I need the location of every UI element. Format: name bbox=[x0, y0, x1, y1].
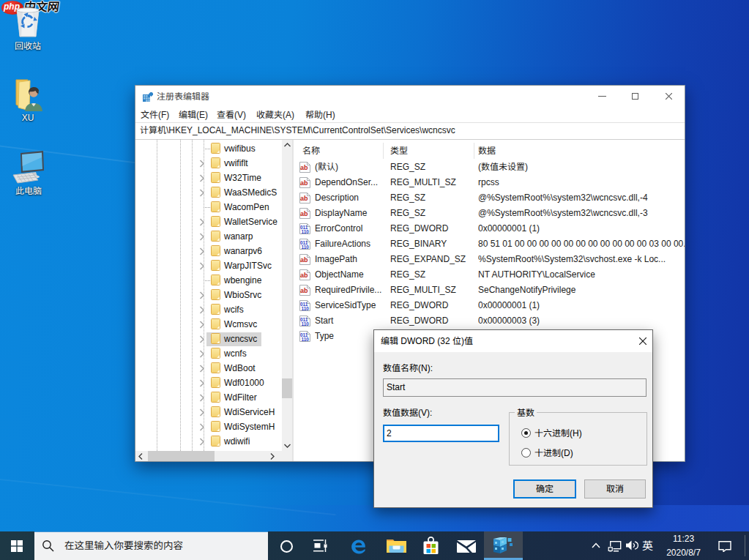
svg-text:ab: ab bbox=[300, 164, 308, 171]
svg-text:110: 110 bbox=[302, 306, 310, 311]
svg-text:ab: ab bbox=[300, 195, 308, 202]
svg-text:ab: ab bbox=[300, 287, 308, 294]
svg-text:ab: ab bbox=[300, 210, 308, 217]
svg-text:110: 110 bbox=[302, 229, 310, 234]
svg-text:ab: ab bbox=[300, 179, 308, 187]
svg-text:ab: ab bbox=[300, 272, 308, 279]
svg-text:110: 110 bbox=[302, 321, 310, 326]
svg-text:110: 110 bbox=[302, 244, 310, 250]
svg-text:110: 110 bbox=[302, 337, 310, 342]
svg-text:ab: ab bbox=[300, 256, 308, 264]
